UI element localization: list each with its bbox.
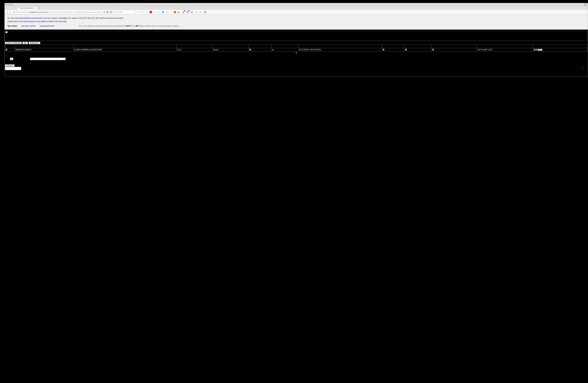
col-actions: [533, 44, 588, 48]
cache-current-page-link[interactable]: geçerli sayfa: [30, 20, 40, 22]
row-checkbox-cell: [5, 48, 15, 51]
img-button[interactable]: img: [538, 49, 542, 51]
action-indicator-icon: [534, 49, 535, 50]
row-status1-cell: [249, 48, 272, 51]
col-s3: [404, 44, 432, 48]
col-checkbox: [5, 44, 15, 48]
ext-play-icon[interactable]: ▶: [177, 11, 180, 14]
star-icon[interactable]: ☆: [137, 11, 140, 14]
row-phone: (CHINA MOBILE)13936225987: [74, 48, 176, 51]
row-flag: no: [272, 48, 298, 51]
ext-shell-icon[interactable]: ◎: [165, 11, 168, 14]
spacer: [5, 60, 588, 64]
search-icon: 🔍: [114, 11, 116, 13]
ext-scissors-icon[interactable]: ✂: [195, 11, 198, 14]
reload-icon: [104, 11, 105, 13]
sil-button[interactable]: SİL: [22, 42, 28, 44]
google-cache-banner: Bu, http://www.guvenlitrafikcezasiodemey…: [5, 15, 588, 30]
search-placeholder: Search: [117, 11, 123, 13]
textarea-input[interactable]: [5, 67, 21, 70]
cache-text-version-link[interactable]: Salt metin sürümü: [21, 24, 36, 27]
row-ver: 4.2.2: [176, 48, 212, 51]
titlebar: [5, 3, 588, 6]
noscript-icon[interactable]: [106, 11, 109, 13]
window-controls: [6, 4, 13, 5]
header-box: [5, 31, 588, 41]
cache-tip-suffix: (Mac) tuşlarına basın ve bulma çubuğunu …: [139, 25, 180, 27]
status-indicator-icon: [383, 49, 384, 50]
action-indicator-icon: [536, 49, 538, 50]
col-s4: [432, 44, 477, 48]
row-checkbox[interactable]: [6, 49, 7, 50]
ext-sun-icon[interactable]: ☼: [170, 11, 173, 14]
komut-yonetimi-button[interactable]: KOMUT YÖNETİMİ: [5, 42, 22, 44]
ext-hn-icon[interactable]: [162, 11, 164, 13]
ext-orange-icon[interactable]: [174, 11, 176, 13]
cache-line2-mid: değişmiş olabilir.: [40, 20, 54, 22]
toolbar-right-icons: ☆ ▯ ⌄ uO ↓ ⌂ ◎ ☼ ▶ 🔔 🔖 ▦ ✂ ↻: [137, 11, 206, 14]
row-status2-cell: [382, 48, 404, 51]
search-bar[interactable]: 🔍 Search: [113, 10, 135, 14]
info-icon[interactable]: i: [11, 11, 13, 13]
ublock-icon[interactable]: uO: [150, 11, 152, 13]
sidebar-toggle-icon[interactable]: [584, 3, 587, 6]
col-phone: [74, 44, 176, 48]
url-domain: googleusercontent.com: [30, 11, 48, 13]
tab-title: Te Ma Etmaje Panel: [19, 7, 33, 9]
row-name: Demo: [213, 48, 249, 51]
toolbar: i 🔒 https://webcache.googleusercontent.c…: [5, 10, 588, 15]
arrow-left-icon: [6, 11, 8, 13]
col-id: [15, 44, 74, 48]
col-ver: [176, 44, 212, 48]
table-row: 864895025426618 (CHINA MOBILE)1393622598…: [5, 48, 588, 51]
minimize-window-icon[interactable]: [8, 4, 10, 5]
menu-button[interactable]: [204, 11, 206, 13]
ext-grid-icon[interactable]: ▦: [190, 11, 193, 14]
row-actions-cell: img: [533, 48, 588, 51]
close-x-right[interactable]: X: [582, 67, 583, 69]
cache-line3: Tam sürüm Salt metin sürümü Kaynağı görü…: [8, 24, 585, 27]
ext-bell-icon[interactable]: 🔔: [182, 11, 185, 14]
reload-button[interactable]: [103, 11, 106, 14]
close-x-left[interactable]: X: [5, 54, 8, 58]
guncelle-button[interactable]: GÜNCELLE: [28, 42, 40, 44]
uygula-button[interactable]: UYGULA: [5, 64, 15, 67]
cache-more-info-link[interactable]: Daha fazla bilgi: [54, 20, 66, 22]
apply-row: UYGULA: [5, 64, 588, 67]
table-header-row: [5, 44, 588, 48]
ext-refresh-icon[interactable]: ↻: [199, 11, 202, 14]
row-status3-cell: [404, 48, 432, 51]
row-id: 864895025426618: [15, 48, 74, 51]
tab-close-icon[interactable]: ×: [35, 7, 36, 9]
browser-tab[interactable]: Te Ma Etmaje Panel ×: [17, 6, 37, 10]
col-flag: [272, 44, 298, 48]
cache-view-source-link[interactable]: Kaynağı görüntüle: [40, 24, 54, 27]
data-table: 864895025426618 (CHINA MOBILE)1393622598…: [5, 44, 588, 51]
cache-full-version[interactable]: Tam sürüm: [8, 24, 17, 27]
back-button[interactable]: [5, 10, 9, 14]
home-icon[interactable]: ⌂: [158, 11, 161, 14]
cache-tip-prefix: İpucu: Bu sayfada arama teriminizi kolay…: [79, 25, 126, 27]
status-indicator-icon: [432, 49, 434, 50]
close-window-icon[interactable]: [6, 4, 7, 5]
ext-tag-icon[interactable]: 🔖: [186, 11, 189, 14]
pocket-icon[interactable]: ⌄: [146, 11, 148, 14]
action-button-row: KOMUT YÖNETİMİ SİL GÜNCELLE: [5, 42, 588, 44]
new-tab-button[interactable]: +: [38, 6, 41, 9]
url-path: /search?q=cache:5qFaN2c5jeYJ:www.guvenli…: [48, 11, 101, 13]
cache-original-url-link[interactable]: http://www.guvenlitrafikcezasiodemeyeri.…: [11, 17, 47, 19]
library-icon[interactable]: ▯: [141, 11, 144, 14]
col-name: [213, 44, 249, 48]
url-prefix: https://webcache.: [16, 11, 30, 13]
adblock-icon[interactable]: [109, 11, 112, 14]
maximize-window-icon[interactable]: [11, 4, 13, 5]
select-small[interactable]: [10, 58, 13, 60]
download-icon[interactable]: ↓: [153, 11, 156, 14]
pager[interactable]: 1: [5, 51, 588, 54]
status-indicator-icon: [405, 49, 407, 50]
lock-warning-icon: 🔒: [13, 11, 15, 13]
url-bar[interactable]: i 🔒 https://webcache.googleusercontent.c…: [10, 10, 102, 14]
cache-line1-prefix: Bu,: [8, 17, 11, 19]
cache-line2: Aradan geçen süre zarfında geçerli sayfa…: [8, 20, 585, 23]
select-large[interactable]: [30, 58, 66, 60]
